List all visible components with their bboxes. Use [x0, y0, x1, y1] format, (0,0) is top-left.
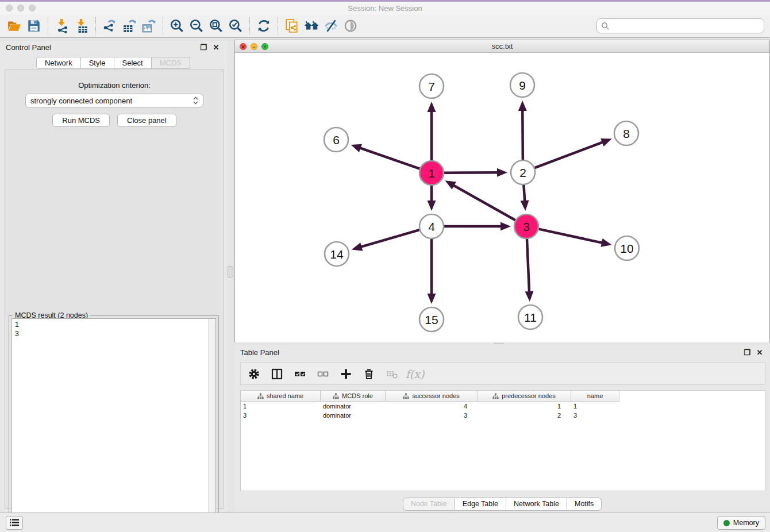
graph-edge-1-2[interactable] — [444, 172, 502, 173]
table-cell[interactable]: 1 — [571, 402, 619, 411]
column-header-MCDS-role[interactable]: MCDS role — [321, 391, 386, 402]
zoom-fit-icon — [209, 18, 224, 33]
export-table-button[interactable] — [120, 17, 139, 35]
zoom-out-button[interactable] — [187, 17, 206, 35]
home-button[interactable] — [302, 17, 321, 35]
table-cell[interactable]: 1 — [241, 402, 321, 411]
column-header-name[interactable]: name — [571, 391, 619, 402]
table-settings-button[interactable] — [247, 367, 261, 381]
graph-edge-2-9[interactable] — [522, 106, 523, 160]
graph-node-label: 6 — [333, 133, 340, 147]
show-details-button[interactable] — [341, 17, 360, 35]
search-input[interactable] — [609, 20, 764, 32]
tab-node-table[interactable]: Node Table — [403, 498, 455, 511]
criterion-dropdown[interactable]: strongly connected component — [25, 94, 203, 107]
save-session-button[interactable] — [24, 17, 44, 35]
graph-node-label: 14 — [330, 248, 344, 261]
zoom-in-button[interactable] — [167, 17, 187, 35]
table-cell[interactable]: 1 — [478, 402, 571, 411]
refresh-layout-button[interactable] — [254, 17, 274, 35]
column-header-successor-nodes[interactable]: successor nodes — [386, 391, 478, 402]
memory-button[interactable]: Memory — [717, 516, 765, 530]
import-network-button[interactable] — [52, 17, 72, 35]
graph-edge-3-10[interactable] — [538, 229, 606, 244]
column-header-predecessor-nodes[interactable]: predecessor nodes — [478, 391, 571, 402]
zoom-fit-button[interactable] — [206, 17, 226, 35]
network-traffic-lights: ✕ − + — [240, 43, 268, 50]
tab-network[interactable]: Network — [36, 57, 81, 69]
delete-column-button[interactable] — [361, 367, 376, 381]
task-history-button[interactable] — [6, 516, 23, 530]
network-minimize-button[interactable]: − — [251, 43, 257, 50]
network-graph[interactable]: 7968124314101511 — [235, 53, 769, 342]
graph-node-label: 7 — [428, 80, 435, 93]
tab-mcds[interactable]: MCDS — [152, 57, 190, 69]
export-image-button[interactable] — [139, 17, 159, 35]
table-cell[interactable]: dominator — [321, 411, 386, 420]
table-cell[interactable]: 4 — [386, 402, 478, 411]
eye-disabled-icon — [343, 18, 358, 33]
table-cell[interactable]: 3 — [386, 411, 478, 420]
trash-icon — [363, 368, 375, 380]
app-window: Session: New Session — [0, 0, 770, 532]
tab-edge-table[interactable]: Edge Table — [455, 498, 506, 511]
node-table[interactable]: shared nameMCDS rolesuccessor nodesprede… — [240, 390, 765, 491]
toolbar-separator — [48, 17, 48, 34]
network-zoom-button[interactable]: + — [261, 43, 268, 50]
mcds-result-area[interactable]: 1 3 — [11, 318, 216, 532]
table-cell[interactable]: 3 — [571, 411, 619, 420]
unchecked-boxes-icon — [317, 368, 329, 380]
vertical-splitter-grip[interactable] — [228, 266, 233, 277]
select-all-columns-button[interactable] — [292, 367, 307, 381]
close-panel-button[interactable]: Close panel — [117, 114, 176, 127]
tab-network-table[interactable]: Network Table — [506, 498, 567, 511]
export-table-icon — [122, 18, 137, 33]
table-cell[interactable]: 3 — [241, 411, 321, 420]
toolbar-separator — [278, 17, 278, 34]
toolbar-separator — [95, 17, 96, 34]
stepper-arrows-icon — [193, 97, 198, 105]
graph-edge-4-14[interactable] — [357, 230, 419, 248]
column-header-label: name — [587, 392, 603, 399]
graph-node-label: 10 — [620, 242, 633, 255]
table-cell[interactable]: 2 — [478, 411, 571, 420]
tab-style[interactable]: Style — [81, 57, 114, 69]
graph-edge-2-8[interactable] — [535, 141, 607, 168]
close-table-panel-icon[interactable]: ✕ — [755, 348, 764, 357]
column-header-shared-name[interactable]: shared name — [241, 391, 321, 402]
clone-network-button[interactable] — [282, 17, 302, 35]
export-network-button[interactable] — [100, 17, 120, 35]
mcds-panel: Optimization criterion: strongly connect… — [5, 70, 224, 509]
table-header-row: shared nameMCDS rolesuccessor nodesprede… — [241, 391, 765, 402]
network-title: scc.txt — [235, 42, 769, 51]
table-row[interactable]: 1dominator411 — [241, 402, 765, 411]
tab-select[interactable]: Select — [114, 57, 152, 69]
hide-details-button[interactable] — [321, 17, 341, 35]
close-panel-icon[interactable]: ✕ — [211, 43, 221, 52]
graph-arrowhead — [600, 138, 611, 147]
graph-arrowhead — [428, 102, 436, 112]
zoom-selected-icon — [228, 18, 243, 33]
optimization-criterion-label: Optimization criterion: — [5, 81, 224, 90]
memory-label: Memory — [733, 519, 759, 527]
run-mcds-button[interactable]: Run MCDS — [52, 114, 110, 127]
network-titlebar: ✕ − + scc.txt — [235, 40, 769, 53]
float-table-panel-icon[interactable]: ❐ — [742, 348, 752, 357]
result-scrollbar[interactable] — [208, 319, 215, 532]
graph-edge-1-6[interactable] — [356, 147, 419, 169]
add-column-button[interactable] — [338, 367, 353, 381]
table-row[interactable]: 3dominator323 — [241, 411, 765, 420]
graph-edge-3-11[interactable] — [527, 239, 529, 296]
clear-column-selection-button[interactable] — [315, 367, 330, 381]
search-box[interactable] — [596, 18, 764, 33]
graph-edge-3-1[interactable] — [449, 183, 515, 221]
import-table-button[interactable] — [72, 17, 91, 35]
float-panel-icon[interactable]: ❐ — [199, 43, 208, 52]
network-close-button[interactable]: ✕ — [240, 43, 247, 50]
show-column-panel-button[interactable] — [270, 367, 284, 381]
open-session-button[interactable] — [5, 17, 24, 35]
zoom-selected-button[interactable] — [226, 17, 245, 35]
toolbar-separator — [163, 17, 163, 34]
tab-motifs[interactable]: Motifs — [567, 498, 602, 511]
table-cell[interactable]: dominator — [321, 402, 386, 411]
